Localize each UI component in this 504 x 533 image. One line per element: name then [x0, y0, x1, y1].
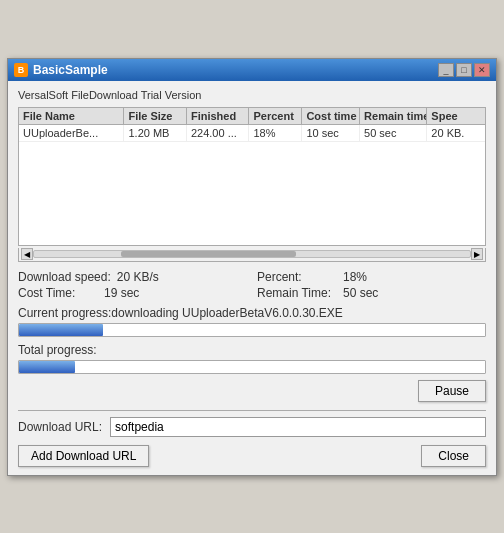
maximize-button[interactable]: □	[456, 63, 472, 77]
current-progress-fill	[19, 324, 103, 336]
cell-speed: 20 KB.	[427, 125, 485, 141]
download-url-input[interactable]	[110, 417, 486, 437]
close-title-button[interactable]: ✕	[474, 63, 490, 77]
download-url-row: Download URL:	[18, 417, 486, 437]
title-bar: B BasicSample _ □ ✕	[8, 59, 496, 81]
window-title: BasicSample	[33, 63, 108, 77]
app-icon-letter: B	[18, 65, 25, 75]
download-speed-row: Download speed: 20 KB/s	[18, 270, 247, 284]
percent-label: Percent:	[257, 270, 337, 284]
subtitle-text: VersalSoft FileDownload Trial Version	[18, 89, 486, 101]
total-progress-fill	[19, 361, 75, 373]
header-costtime: Cost time	[302, 108, 360, 124]
header-speed: Spee	[427, 108, 485, 124]
add-download-url-button[interactable]: Add Download URL	[18, 445, 149, 467]
remain-time-label: Remain Time:	[257, 286, 337, 300]
separator	[18, 410, 486, 411]
remain-time-value: 50 sec	[343, 286, 378, 300]
cell-costtime: 10 sec	[302, 125, 360, 141]
title-buttons: _ □ ✕	[438, 63, 490, 77]
pause-button[interactable]: Pause	[418, 380, 486, 402]
download-table: File Name File Size Finished Percent Cos…	[18, 107, 486, 246]
cost-time-value: 19 sec	[104, 286, 139, 300]
header-remain: Remain time	[360, 108, 427, 124]
title-bar-left: B BasicSample	[14, 63, 108, 77]
close-button[interactable]: Close	[421, 445, 486, 467]
percent-row: Percent: 18%	[257, 270, 486, 284]
download-speed-value: 20 KB/s	[117, 270, 159, 284]
main-window: B BasicSample _ □ ✕ VersalSoft FileDownl…	[7, 58, 497, 476]
table-body: UUploaderBe... 1.20 MB 224.00 ... 18% 10…	[19, 125, 485, 245]
app-icon: B	[14, 63, 28, 77]
info-grid: Download speed: 20 KB/s Percent: 18% Cos…	[18, 270, 486, 300]
bottom-row: Add Download URL Close	[18, 445, 486, 467]
header-finished: Finished	[187, 108, 249, 124]
table-header: File Name File Size Finished Percent Cos…	[19, 108, 485, 125]
scrollbar-thumb[interactable]	[121, 251, 295, 257]
cost-time-label: Cost Time:	[18, 286, 98, 300]
header-filesize: File Size	[124, 108, 186, 124]
cell-filename: UUploaderBe...	[19, 125, 124, 141]
download-url-label: Download URL:	[18, 420, 102, 434]
scrollbar-track[interactable]	[33, 250, 471, 258]
cost-time-row: Cost Time: 19 sec	[18, 286, 247, 300]
content-area: VersalSoft FileDownload Trial Version Fi…	[8, 81, 496, 475]
total-progress-bar	[18, 360, 486, 374]
total-progress-label: Total progress:	[18, 343, 486, 357]
table-row: UUploaderBe... 1.20 MB 224.00 ... 18% 10…	[19, 125, 485, 142]
cell-percent: 18%	[249, 125, 302, 141]
current-progress-bar	[18, 323, 486, 337]
header-percent: Percent	[249, 108, 302, 124]
remain-time-row: Remain Time: 50 sec	[257, 286, 486, 300]
current-progress-label: Current progress:downloading UUploaderBe…	[18, 306, 486, 320]
download-speed-label: Download speed:	[18, 270, 111, 284]
horizontal-scrollbar[interactable]: ◀ ▶	[18, 248, 486, 262]
cell-finished: 224.00 ...	[187, 125, 249, 141]
cell-remain: 50 sec	[360, 125, 427, 141]
cell-filesize: 1.20 MB	[124, 125, 186, 141]
minimize-button[interactable]: _	[438, 63, 454, 77]
scroll-left-arrow[interactable]: ◀	[21, 248, 33, 260]
pause-btn-row: Pause	[18, 380, 486, 402]
percent-value: 18%	[343, 270, 367, 284]
scroll-right-arrow[interactable]: ▶	[471, 248, 483, 260]
header-filename: File Name	[19, 108, 124, 124]
